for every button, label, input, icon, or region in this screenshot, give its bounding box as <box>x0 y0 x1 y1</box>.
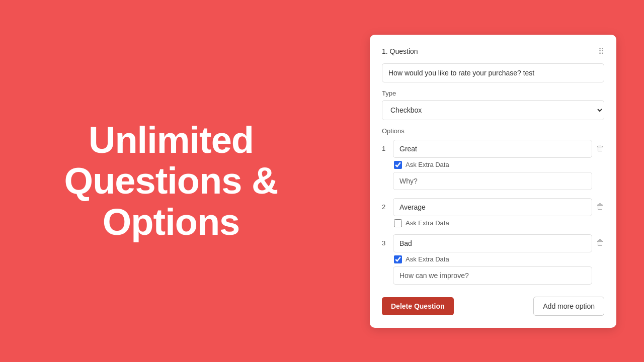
extra-data-checkbox-2[interactable] <box>394 219 402 227</box>
question-number-label: 1. Question <box>382 47 418 55</box>
extra-data-label-3: Ask Extra Data <box>406 255 449 263</box>
type-select[interactable]: Checkbox Radio Text Rating <box>382 100 604 120</box>
question-input[interactable] <box>382 63 604 82</box>
card-footer: Delete Question Add more option <box>382 297 604 316</box>
extra-data-checkbox-1[interactable] <box>394 161 402 169</box>
delete-question-button[interactable]: Delete Question <box>382 297 454 315</box>
add-more-option-button[interactable]: Add more option <box>533 297 604 316</box>
extra-input-3[interactable] <box>393 266 592 285</box>
option-number-2: 2 <box>382 198 389 211</box>
option-input-1[interactable] <box>393 140 592 158</box>
extra-input-1[interactable] <box>393 172 592 190</box>
extra-data-label-1: Ask Extra Data <box>406 161 449 168</box>
option-row-3: 3 Ask Extra Data 🗑 <box>382 234 604 289</box>
option-content-2: Ask Extra Data <box>393 198 592 230</box>
extra-data-checkbox-3[interactable] <box>394 255 402 263</box>
option-number-1: 1 <box>382 140 389 152</box>
drag-handle-icon[interactable]: ⠿ <box>598 47 604 56</box>
left-panel: Unlimited Questions & Options <box>0 0 342 362</box>
hero-text: Unlimited Questions & Options <box>20 120 322 242</box>
option-input-2[interactable] <box>393 198 592 216</box>
extra-data-row-2: Ask Extra Data <box>393 219 592 227</box>
delete-option-1-icon[interactable]: 🗑 <box>596 140 604 153</box>
option-content-1: Ask Extra Data <box>393 140 592 194</box>
option-row-2: 2 Ask Extra Data 🗑 <box>382 198 604 230</box>
option-content-3: Ask Extra Data <box>393 234 592 289</box>
delete-option-2-icon[interactable]: 🗑 <box>596 198 604 211</box>
right-panel: 1. Question ⠿ Type Checkbox Radio Text R… <box>342 0 644 362</box>
card-header: 1. Question ⠿ <box>382 47 604 56</box>
option-row-1: 1 Ask Extra Data 🗑 <box>382 140 604 194</box>
question-card: 1. Question ⠿ Type Checkbox Radio Text R… <box>370 35 616 328</box>
option-input-3[interactable] <box>393 234 592 252</box>
extra-data-row-3: Ask Extra Data <box>393 255 592 263</box>
delete-option-3-icon[interactable]: 🗑 <box>596 234 604 247</box>
extra-data-label-2: Ask Extra Data <box>406 219 449 227</box>
type-label: Type <box>382 89 604 97</box>
options-label: Options <box>382 127 604 135</box>
option-number-3: 3 <box>382 234 389 247</box>
extra-data-row-1: Ask Extra Data <box>393 161 592 169</box>
